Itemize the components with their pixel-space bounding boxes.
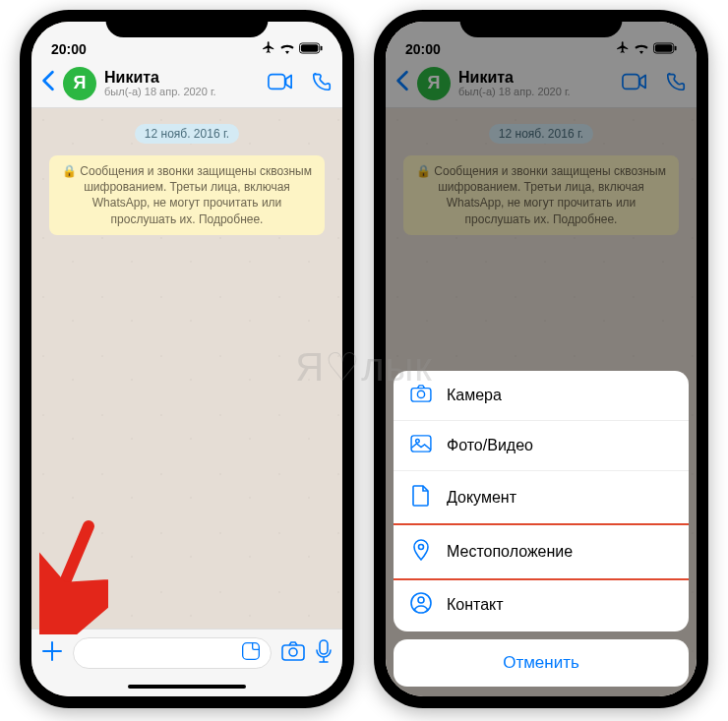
avatar[interactable]: Я bbox=[63, 67, 96, 100]
location-icon bbox=[409, 539, 433, 565]
home-indicator[interactable] bbox=[31, 677, 342, 696]
sheet-item-label: Контакт bbox=[447, 596, 504, 614]
battery-icon bbox=[299, 41, 323, 57]
voice-call-button[interactable] bbox=[311, 71, 333, 96]
svg-rect-14 bbox=[411, 436, 431, 451]
date-pill: 12 нояб. 2016 г. bbox=[135, 124, 239, 144]
svg-rect-2 bbox=[321, 45, 323, 50]
message-input[interactable] bbox=[73, 637, 272, 669]
sheet-item-label: Камера bbox=[447, 387, 502, 404]
sheet-item-label: Местоположение bbox=[447, 543, 573, 561]
camera-icon bbox=[409, 385, 433, 406]
svg-point-16 bbox=[419, 545, 424, 550]
svg-rect-3 bbox=[269, 74, 285, 89]
contact-icon bbox=[409, 592, 433, 618]
wifi-icon bbox=[279, 41, 295, 57]
phone-notch bbox=[106, 10, 269, 37]
svg-rect-7 bbox=[320, 640, 328, 654]
sticker-icon[interactable] bbox=[241, 641, 261, 665]
encryption-notice[interactable]: 🔒 Сообщения и звонки защищены сквозным ш… bbox=[49, 155, 325, 235]
svg-point-13 bbox=[417, 391, 424, 397]
sheet-item-photo-video[interactable]: Фото/Видео bbox=[394, 421, 689, 471]
svg-rect-1 bbox=[301, 44, 319, 51]
svg-point-18 bbox=[418, 597, 424, 603]
sheet-item-label: Документ bbox=[447, 489, 516, 507]
video-call-button[interactable] bbox=[268, 73, 293, 94]
chat-header: Я Никита был(-а) 18 апр. 2020 г. bbox=[31, 59, 342, 108]
svg-point-6 bbox=[289, 648, 297, 656]
svg-point-15 bbox=[416, 440, 420, 444]
airplane-icon bbox=[262, 40, 275, 57]
sheet-item-contact[interactable]: Контакт bbox=[394, 578, 689, 631]
phone-notch bbox=[460, 10, 623, 37]
annotation-arrow bbox=[39, 516, 108, 638]
sheet-item-camera[interactable]: Камера bbox=[394, 371, 689, 421]
document-icon bbox=[409, 485, 433, 511]
status-time: 20:00 bbox=[51, 41, 87, 57]
camera-button[interactable] bbox=[281, 641, 305, 665]
contact-info[interactable]: Никита был(-а) 18 апр. 2020 г. bbox=[104, 69, 250, 98]
phone-right: 20:00 Я Никита был(-а) 18 апр. 2020 г. 1 bbox=[374, 10, 708, 708]
mic-button[interactable] bbox=[315, 639, 333, 667]
svg-rect-4 bbox=[243, 643, 260, 660]
contact-status: был(-а) 18 апр. 2020 г. bbox=[104, 86, 250, 97]
sheet-item-location[interactable]: Местоположение bbox=[394, 523, 689, 580]
attach-action-sheet: Камера Фото/Видео Документ Местоположени… bbox=[394, 371, 689, 687]
back-button[interactable] bbox=[41, 68, 55, 98]
sheet-item-document[interactable]: Документ bbox=[394, 471, 689, 525]
action-sheet-group: Камера Фото/Видео Документ Местоположени… bbox=[394, 371, 689, 631]
attach-button[interactable] bbox=[41, 638, 63, 669]
contact-name: Никита bbox=[104, 69, 250, 87]
sheet-item-label: Фото/Видео bbox=[447, 437, 533, 454]
cancel-button[interactable]: Отменить bbox=[394, 639, 689, 687]
photo-icon bbox=[409, 435, 433, 456]
